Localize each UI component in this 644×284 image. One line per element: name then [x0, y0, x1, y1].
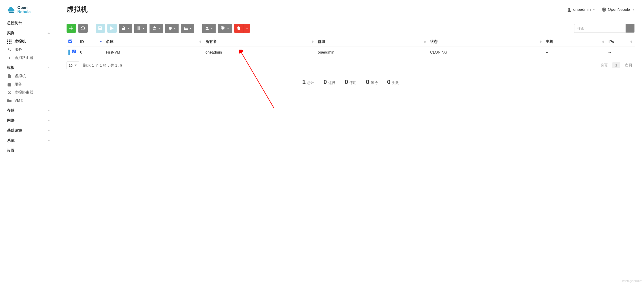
col-name: 名称: [104, 37, 204, 47]
sidebar-item-services[interactable]: 服务: [0, 46, 57, 54]
svg-point-21: [206, 27, 208, 28]
brand-bottom: Nebula: [17, 10, 31, 14]
user-name: oneadmin: [573, 7, 591, 12]
svg-rect-2: [10, 39, 12, 40]
chevron-down-icon: [48, 120, 50, 121]
sidebar-item-tmpl-services[interactable]: 服务: [0, 80, 57, 88]
page-info: 顯示 1 至 1 項，共 1 項: [83, 63, 122, 67]
power-menu[interactable]: [150, 24, 163, 33]
col-status: 状态: [428, 37, 544, 47]
nav-instances-header[interactable]: 实例: [0, 29, 57, 37]
svg-rect-20: [185, 29, 188, 30]
svg-rect-4: [9, 41, 10, 42]
sidebar-item-tmpl-vms[interactable]: 虚拟机: [0, 72, 57, 80]
sidebar: Open Nebula 总控制台 实例 虚拟机 服务 虚拟路由器 模板: [0, 0, 57, 284]
page-size-select[interactable]: 10: [66, 62, 79, 69]
owner-menu[interactable]: [202, 24, 216, 33]
zone-menu[interactable]: OpenNebula ▼: [602, 7, 635, 12]
user-menu[interactable]: oneadmin ▼: [567, 7, 595, 12]
caret-down-icon: ▼: [632, 8, 635, 11]
nav-templates-header[interactable]: 模板: [0, 63, 57, 72]
sidebar-item-label: 虚拟机: [14, 39, 26, 44]
cell-group: oneadmin: [316, 47, 428, 58]
tags-icon: [221, 26, 225, 30]
vm-table: ID 名称 所有者 群组 状态 主机 IPs 0 First-VM onead: [66, 37, 635, 58]
nav-dashboard[interactable]: 总控制台: [0, 19, 57, 27]
sidebar-item-vms[interactable]: 虚拟机: [0, 37, 57, 46]
brand-top: Open: [17, 5, 31, 10]
cell-host: --: [544, 47, 606, 58]
user-icon: [205, 26, 209, 30]
sidebar-item-tmpl-vmgroups[interactable]: VM 组: [0, 97, 57, 105]
col-owner: 所有者: [204, 37, 316, 47]
next-page-button[interactable]: 次頁: [622, 62, 635, 69]
svg-rect-14: [140, 26, 140, 30]
svg-point-10: [10, 50, 11, 51]
svg-rect-5: [10, 41, 12, 42]
save-icon: [98, 26, 102, 30]
sidebar-item-label: VM 组: [14, 98, 25, 103]
chevron-down-icon: [48, 140, 50, 141]
search-dropdown-button[interactable]: [626, 24, 635, 33]
shuffle-icon: [7, 56, 12, 60]
chevron-up-icon: [48, 32, 50, 34]
sidebar-item-label: 服务: [14, 82, 22, 87]
cell-id: 0: [78, 47, 104, 58]
nav-settings[interactable]: 设置: [0, 146, 57, 155]
sidebar-item-label: 虚拟路由器: [14, 90, 33, 95]
sidebar-item-tmpl-vrouters[interactable]: 虚拟路由器: [0, 88, 57, 97]
svg-rect-3: [7, 41, 8, 42]
nav-system-header[interactable]: 系统: [0, 137, 57, 145]
delete-menu[interactable]: [234, 24, 250, 33]
file-icon: [7, 74, 12, 78]
select-all-checkbox[interactable]: [68, 39, 72, 43]
play-button[interactable]: [107, 24, 117, 33]
svg-rect-1: [9, 39, 10, 40]
svg-point-15: [184, 27, 185, 28]
watermark: CSDN @CCH2023: [622, 280, 642, 283]
cogs-icon: [7, 48, 12, 52]
lock-menu[interactable]: [119, 24, 132, 33]
row-checkbox[interactable]: [72, 50, 76, 53]
table-row[interactable]: 0 First-VM oneadmin oneadmin CLONING -- …: [66, 47, 635, 58]
topbar: 虚拟机 oneadmin ▼ OpenNebula ▼: [57, 0, 644, 19]
svg-rect-13: [138, 26, 138, 30]
caret-down-icon: [246, 28, 248, 29]
pause-icon: [137, 26, 140, 30]
current-page: 1: [612, 62, 620, 68]
power-icon: [152, 26, 156, 30]
sidebar-item-label: 虚拟路由器: [14, 55, 33, 60]
brand-logo[interactable]: Open Nebula: [0, 3, 57, 19]
list-menu[interactable]: [181, 24, 194, 33]
col-ips: IPs: [606, 37, 635, 47]
nav-network-header[interactable]: 网络: [0, 116, 57, 125]
search-input[interactable]: [574, 24, 626, 33]
sidebar-item-label: 虚拟机: [14, 74, 26, 79]
refresh-button[interactable]: [78, 24, 88, 33]
globe-icon: [602, 7, 606, 12]
pause-menu[interactable]: [134, 24, 147, 33]
chevron-up-icon: [48, 67, 50, 68]
save-button[interactable]: [96, 24, 105, 33]
tag-menu[interactable]: [218, 24, 232, 33]
stat-pending: 0等待: [366, 78, 378, 86]
prev-page-button[interactable]: 前頁: [598, 62, 610, 69]
create-button[interactable]: [66, 24, 76, 33]
zone-name: OpenNebula: [608, 7, 630, 12]
redo-icon: [168, 26, 172, 30]
redo-menu[interactable]: [165, 24, 178, 33]
svg-point-11: [568, 8, 570, 10]
play-icon: [110, 26, 114, 30]
pagination: 前頁 1 次頁: [598, 62, 635, 69]
sort-desc-icon: [100, 41, 102, 42]
nav-infra-header[interactable]: 基础设施: [0, 126, 57, 135]
list-icon: [184, 27, 188, 30]
shuffle-icon: [7, 91, 12, 95]
sidebar-item-vrouters[interactable]: 虚拟路由器: [0, 54, 57, 62]
svg-rect-18: [185, 28, 188, 28]
stats-row: 1总计 0运行 0停用 0等待 0失败: [66, 78, 635, 86]
cell-name: First-VM: [104, 47, 204, 58]
stat-total: 1总计: [302, 78, 314, 86]
svg-rect-6: [7, 43, 8, 44]
nav-storage-header[interactable]: 存储: [0, 106, 57, 115]
